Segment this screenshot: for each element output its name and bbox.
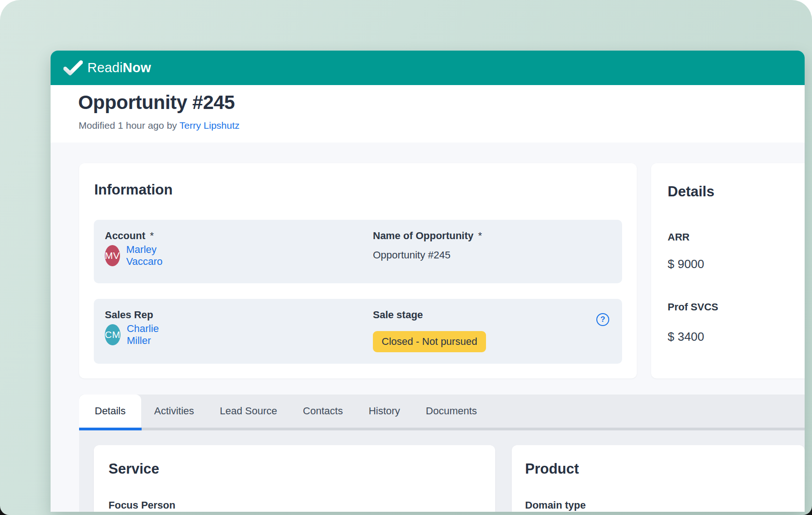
sales-rep-value-chip[interactable]: CM Charlie Miller (105, 323, 165, 347)
service-heading: Service (109, 461, 159, 477)
arr-value: $ 9000 (668, 257, 704, 271)
modified-by-link[interactable]: Terry Lipshutz (179, 120, 240, 131)
prof-svcs-value: $ 3400 (668, 330, 704, 344)
field-row-1: Account* MV Marley Vaccaro Name of Oppor… (94, 220, 622, 283)
domain-type-label: Domain type (525, 499, 586, 511)
product-heading: Product (525, 461, 579, 477)
tab-content-area: Service Focus Person Product Domain type (79, 430, 805, 512)
product-card: Product Domain type (512, 445, 805, 512)
page-title: Opportunity #245 (78, 92, 235, 114)
checkmark-logo-icon (63, 60, 83, 75)
opportunity-name-value: Opportunity #245 (373, 249, 451, 261)
title-section: Opportunity #245 Modified 1 hour agoby T… (51, 85, 805, 143)
sales-rep-label: Sales Rep (105, 309, 153, 321)
tab-history[interactable]: History (356, 395, 413, 428)
sales-rep-link[interactable]: Charlie Miller (127, 323, 165, 347)
field-row-2: Sales Rep CM Charlie Miller Sale stage C… (94, 299, 622, 364)
tab-lead-source[interactable]: Lead Source (207, 395, 290, 428)
sale-stage-label: Sale stage (373, 309, 423, 321)
sale-stage-badge[interactable]: Closed - Not pursued (373, 331, 486, 352)
upper-content-area: Information Account* MV Marley Vaccaro N… (51, 143, 805, 395)
details-side-card: Details ARR $ 9000 Prof SVCS $ 3400 (651, 163, 805, 378)
modified-text: Modified 1 hour ago (79, 120, 164, 131)
information-card: Information Account* MV Marley Vaccaro N… (79, 163, 637, 378)
by-text: by (167, 120, 177, 131)
app-header-bar: ReadiNow (51, 51, 805, 85)
information-heading: Information (94, 182, 173, 198)
help-icon[interactable]: ? (596, 313, 609, 326)
opportunity-name-label: Name of Opportunity* (373, 230, 482, 242)
required-asterisk: * (150, 230, 154, 241)
account-label: Account* (105, 230, 154, 242)
arr-label: ARR (668, 231, 690, 243)
tab-details[interactable]: Details (79, 395, 141, 428)
app-window: ReadiNow Opportunity #245 Modified 1 hou… (51, 51, 805, 512)
account-link[interactable]: Marley Vaccaro (126, 244, 169, 268)
sales-rep-avatar[interactable]: CM (105, 324, 120, 345)
tab-row: Details Activities Lead Source Contacts … (79, 395, 805, 428)
prof-svcs-label: Prof SVCS (668, 301, 718, 313)
service-card: Service Focus Person (94, 445, 495, 512)
tab-contacts[interactable]: Contacts (290, 395, 356, 428)
tab-strip: Details Activities Lead Source Contacts … (79, 395, 805, 430)
account-value-chip[interactable]: MV Marley Vaccaro (105, 244, 169, 268)
focus-person-label: Focus Person (109, 499, 175, 511)
modified-line: Modified 1 hour agoby Terry Lipshutz (79, 120, 240, 131)
tab-activities[interactable]: Activities (141, 395, 207, 428)
tab-documents[interactable]: Documents (413, 395, 490, 428)
details-heading: Details (668, 183, 715, 200)
brand-wordmark: ReadiNow (87, 60, 151, 75)
mint-canvas: ReadiNow Opportunity #245 Modified 1 hou… (0, 0, 812, 515)
account-avatar[interactable]: MV (105, 245, 120, 266)
readinow-logo: ReadiNow (63, 60, 151, 75)
required-asterisk: * (478, 230, 482, 241)
